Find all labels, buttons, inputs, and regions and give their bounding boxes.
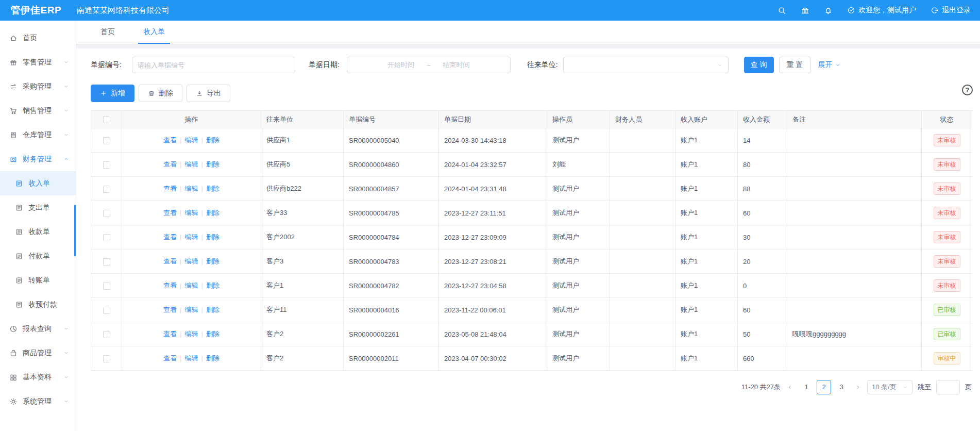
- row-checkbox[interactable]: [103, 331, 110, 338]
- chevron-down-icon: [63, 132, 69, 138]
- sidebar-item-system[interactable]: 系统管理: [0, 389, 76, 413]
- sidebar-item-income-bill[interactable]: 收入单: [0, 171, 76, 195]
- row-checkbox[interactable]: [103, 307, 110, 314]
- view-link[interactable]: 查看: [163, 330, 177, 338]
- sidebar-item-prepaid-bill[interactable]: 收预付款: [0, 292, 76, 317]
- edit-link[interactable]: 编辑: [185, 160, 198, 168]
- cell-partner: 客户33: [261, 201, 344, 225]
- view-link[interactable]: 查看: [163, 233, 177, 241]
- delete-link[interactable]: 删除: [206, 281, 219, 289]
- cell-actions: 查看|编辑|删除: [122, 250, 261, 274]
- sidebar-item-payment-bill[interactable]: 付款单: [0, 244, 76, 268]
- row-checkbox[interactable]: [103, 234, 110, 241]
- sidebar-item-finance[interactable]: 财务管理: [0, 147, 76, 171]
- cell-partner: 客户1: [261, 274, 344, 298]
- column-header: 收入账户: [675, 111, 738, 128]
- chevron-down-icon: [63, 326, 69, 331]
- view-link[interactable]: 查看: [163, 257, 177, 265]
- cell-remark: [787, 153, 922, 177]
- delete-link[interactable]: 删除: [206, 160, 219, 168]
- sidebar-item-warehouse[interactable]: 仓库管理: [0, 123, 76, 147]
- sidebar-scrollbar-thumb[interactable]: [74, 205, 76, 256]
- edit-link[interactable]: 编辑: [185, 257, 198, 265]
- page-size-value: 10 条/页: [872, 383, 897, 392]
- sidebar-item-transfer-bill[interactable]: 转账单: [0, 268, 76, 292]
- sidebar-item-receipt-bill[interactable]: 收款单: [0, 220, 76, 244]
- edit-link[interactable]: 编辑: [185, 281, 198, 289]
- logout-button[interactable]: 退出登录: [931, 6, 971, 15]
- edit-link[interactable]: 编辑: [185, 233, 198, 241]
- row-checkbox[interactable]: [103, 137, 110, 144]
- edit-link[interactable]: 编辑: [185, 306, 198, 313]
- date-range-picker[interactable]: 开始时间 ~ 结束时间: [347, 57, 511, 73]
- add-button[interactable]: 新增: [91, 85, 134, 102]
- delete-link[interactable]: 删除: [206, 257, 219, 265]
- export-button[interactable]: 导出: [187, 85, 230, 102]
- edit-link[interactable]: 编辑: [185, 185, 198, 192]
- cell-bill-no: SR00000005040: [344, 128, 439, 153]
- reset-button[interactable]: 重 置: [779, 57, 811, 73]
- cell-date: 2023-12-27 23:09:09: [439, 225, 547, 250]
- prev-page-icon[interactable]: [786, 384, 794, 390]
- edit-link[interactable]: 编辑: [185, 354, 198, 362]
- row-checkbox[interactable]: [103, 210, 110, 217]
- delete-link[interactable]: 删除: [206, 136, 219, 144]
- tab-首页[interactable]: 首页: [95, 21, 120, 44]
- delete-link[interactable]: 删除: [206, 306, 219, 313]
- sidebar-item-basic-data[interactable]: 基本资料: [0, 365, 76, 389]
- select-all-checkbox[interactable]: [103, 116, 110, 123]
- doc-icon: [15, 301, 23, 309]
- delete-link[interactable]: 删除: [206, 330, 219, 338]
- expand-link[interactable]: 展开: [818, 60, 841, 70]
- jump-page-input[interactable]: [936, 380, 960, 394]
- view-link[interactable]: 查看: [163, 354, 177, 362]
- bell-icon[interactable]: [824, 6, 833, 15]
- tab-收入单[interactable]: 收入单: [138, 21, 170, 44]
- sidebar-item-reports[interactable]: 报表查询: [0, 317, 76, 341]
- sidebar-item-home[interactable]: 首页: [0, 26, 76, 50]
- bill-no-input[interactable]: [132, 57, 295, 73]
- sidebar-item-purchase[interactable]: 采购管理: [0, 74, 76, 98]
- status-badge: 未审核: [934, 134, 960, 146]
- view-link[interactable]: 查看: [163, 306, 177, 313]
- welcome-user[interactable]: 欢迎您，测试用户: [847, 6, 916, 15]
- row-checkbox[interactable]: [103, 258, 110, 266]
- cell-bill-no: SR00000002261: [344, 322, 439, 346]
- partner-select[interactable]: [563, 57, 729, 73]
- row-checkbox[interactable]: [103, 186, 110, 193]
- sidebar-item-goods[interactable]: 商品管理: [0, 341, 76, 365]
- next-page-icon[interactable]: [854, 384, 862, 390]
- view-link[interactable]: 查看: [163, 136, 177, 144]
- delete-button[interactable]: 删除: [139, 85, 182, 102]
- delete-link[interactable]: 删除: [206, 209, 219, 217]
- edit-link[interactable]: 编辑: [185, 136, 198, 144]
- search-button[interactable]: 查 询: [744, 57, 774, 73]
- search-icon[interactable]: [778, 6, 786, 15]
- cell-actions: 查看|编辑|删除: [122, 322, 261, 346]
- cell-operator: 测试用户: [547, 177, 610, 201]
- sidebar-item-expense-bill[interactable]: 支出单: [0, 195, 76, 220]
- delete-link[interactable]: 删除: [206, 185, 219, 192]
- sidebar-item-sales[interactable]: 销售管理: [0, 98, 76, 123]
- view-link[interactable]: 查看: [163, 185, 177, 192]
- view-link[interactable]: 查看: [163, 281, 177, 289]
- row-checkbox[interactable]: [103, 161, 110, 169]
- row-checkbox[interactable]: [103, 283, 110, 290]
- sidebar-item-retail[interactable]: 零售管理: [0, 50, 76, 74]
- page-button-1[interactable]: 1: [799, 380, 814, 394]
- view-link[interactable]: 查看: [163, 160, 177, 168]
- page-size-select[interactable]: 10 条/页: [867, 380, 913, 394]
- row-checkbox[interactable]: [103, 355, 110, 362]
- page-button-3[interactable]: 3: [834, 380, 849, 394]
- table-row: 查看|编辑|删除客户11SR000000040162023-11-22 00:0…: [91, 298, 972, 322]
- edit-link[interactable]: 编辑: [185, 330, 198, 338]
- delete-link[interactable]: 删除: [206, 233, 219, 241]
- bank-icon[interactable]: [801, 6, 809, 15]
- cell-date: 2023-05-08 21:48:04: [439, 322, 547, 346]
- edit-link[interactable]: 编辑: [185, 209, 198, 217]
- delete-link[interactable]: 删除: [206, 354, 219, 362]
- view-link[interactable]: 查看: [163, 209, 177, 217]
- help-icon[interactable]: ?: [962, 85, 973, 95]
- page-button-2[interactable]: 2: [817, 380, 831, 394]
- cell-finance: [610, 225, 675, 250]
